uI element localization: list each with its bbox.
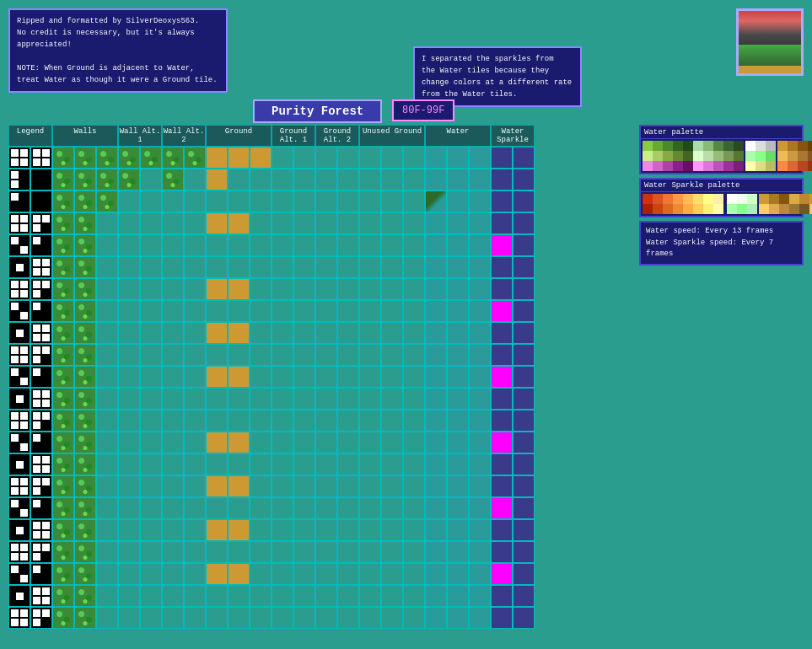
cell (403, 541, 425, 563)
cell (447, 147, 469, 169)
cell (52, 278, 74, 300)
cell (206, 344, 228, 366)
cell (513, 190, 535, 212)
cell (359, 388, 381, 410)
cell (403, 585, 425, 607)
cell (513, 585, 535, 607)
cell (8, 147, 30, 169)
cell (491, 432, 513, 453)
cell (381, 607, 403, 629)
cell (206, 256, 228, 278)
cell (425, 366, 447, 388)
cell (250, 234, 272, 256)
cell (425, 388, 447, 410)
speed-text: Water speed: Every 13 frames Water Spark… (646, 226, 797, 260)
cell (140, 541, 162, 563)
water-palette-box: Water palette (639, 125, 804, 174)
cell (96, 212, 118, 234)
cell (447, 169, 469, 190)
cell (491, 300, 513, 322)
cell (118, 432, 140, 453)
cell (184, 278, 206, 300)
cell (359, 563, 381, 585)
cell (359, 607, 381, 629)
cell (315, 563, 337, 585)
cell (315, 169, 337, 190)
cell (228, 366, 250, 388)
col-header-wall-alt2: Wall Alt. 2 (162, 125, 206, 147)
cell (206, 585, 228, 607)
cell (513, 212, 535, 234)
temp-range: 80F-99F (402, 105, 444, 116)
cell (206, 322, 228, 344)
cell (250, 607, 272, 629)
cell (337, 453, 359, 475)
cell (162, 212, 184, 234)
grid-row-4 (8, 212, 645, 234)
cell (74, 212, 96, 234)
cell (337, 322, 359, 344)
cell (403, 169, 425, 190)
cell (8, 388, 30, 410)
cell (118, 366, 140, 388)
cell (425, 475, 447, 497)
cell (425, 563, 447, 585)
cell (315, 256, 337, 278)
cell (381, 563, 403, 585)
cell (315, 300, 337, 322)
cell (315, 585, 337, 607)
cell (272, 453, 293, 475)
cell (337, 585, 359, 607)
cell (491, 344, 513, 366)
cell (403, 147, 425, 169)
cell (403, 563, 425, 585)
cell (272, 212, 293, 234)
cell (513, 541, 535, 563)
cell (469, 300, 491, 322)
cell (96, 541, 118, 563)
cell (469, 388, 491, 410)
cell (74, 388, 96, 410)
cell (228, 278, 250, 300)
cell (8, 585, 30, 607)
cell (293, 607, 315, 629)
cell (381, 147, 403, 169)
grid-row-5 (8, 234, 645, 256)
cell (162, 585, 184, 607)
cell (74, 234, 96, 256)
cell (491, 212, 513, 234)
cell (118, 234, 140, 256)
cell (74, 563, 96, 585)
cell (162, 278, 184, 300)
grid-row-9 (8, 322, 645, 344)
grid-row-7 (8, 278, 645, 300)
cell (206, 388, 228, 410)
cell (140, 585, 162, 607)
grid-row-17 (8, 497, 645, 519)
cell (8, 300, 30, 322)
cell (74, 497, 96, 519)
cell (96, 322, 118, 344)
cell (162, 475, 184, 497)
cell (315, 322, 337, 344)
cell (403, 366, 425, 388)
cell (162, 607, 184, 629)
cell (359, 147, 381, 169)
cell (96, 234, 118, 256)
cell (381, 366, 403, 388)
cell (337, 147, 359, 169)
cell (74, 344, 96, 366)
cell (74, 322, 96, 344)
cell (140, 190, 162, 212)
cell (337, 190, 359, 212)
cell (315, 388, 337, 410)
cell (250, 453, 272, 475)
cell (96, 432, 118, 453)
cell (206, 410, 228, 432)
cell (272, 519, 293, 541)
cell (359, 366, 381, 388)
cell (206, 607, 228, 629)
cell (206, 147, 228, 169)
cell (206, 300, 228, 322)
cell (359, 541, 381, 563)
